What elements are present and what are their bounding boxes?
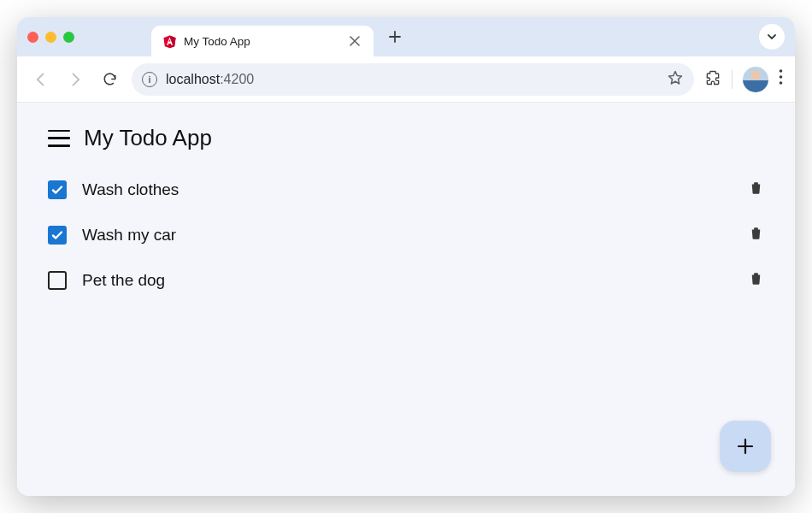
todo-item: Pet the dog bbox=[48, 269, 764, 291]
todo-label: Wash my car bbox=[82, 226, 733, 245]
browser-toolbar: i localhost:4200 bbox=[17, 56, 795, 103]
new-tab-button[interactable] bbox=[382, 24, 408, 50]
todo-item: Wash clothes bbox=[48, 179, 764, 200]
browser-tab[interactable]: My Todo App bbox=[151, 26, 374, 56]
url-port: :4200 bbox=[220, 72, 254, 86]
todo-label: Wash clothes bbox=[82, 180, 733, 199]
close-window-button[interactable] bbox=[27, 32, 38, 43]
delete-icon[interactable] bbox=[748, 224, 764, 245]
address-bar[interactable]: i localhost:4200 bbox=[132, 63, 694, 96]
page-title: My Todo App bbox=[84, 125, 212, 151]
minimize-window-button[interactable] bbox=[45, 32, 56, 43]
menu-icon[interactable] bbox=[48, 130, 70, 147]
todo-checkbox[interactable] bbox=[48, 180, 67, 199]
todo-checkbox[interactable] bbox=[48, 226, 67, 245]
tabs-dropdown-button[interactable] bbox=[759, 24, 785, 50]
toolbar-separator bbox=[732, 70, 733, 89]
todo-list: Wash clothes Wash my car Pet the dog bbox=[17, 167, 795, 291]
fullscreen-window-button[interactable] bbox=[63, 32, 74, 43]
back-button[interactable] bbox=[29, 68, 53, 91]
browser-window: My Todo App i localhost:4200 bbox=[17, 17, 795, 496]
app-viewport: My Todo App Wash clothes Wash my car bbox=[17, 103, 795, 496]
site-info-icon[interactable]: i bbox=[142, 72, 157, 87]
delete-icon[interactable] bbox=[748, 179, 764, 200]
add-todo-button[interactable] bbox=[720, 421, 771, 472]
tab-title: My Todo App bbox=[184, 35, 339, 48]
extensions-icon[interactable] bbox=[704, 69, 721, 90]
url-text: localhost:4200 bbox=[166, 72, 658, 87]
delete-icon[interactable] bbox=[748, 269, 764, 291]
forward-button[interactable] bbox=[63, 68, 87, 91]
todo-label: Pet the dog bbox=[82, 271, 733, 290]
angular-favicon-icon bbox=[162, 33, 177, 49]
app-header: My Todo App bbox=[17, 103, 795, 167]
url-host: localhost bbox=[166, 72, 220, 86]
profile-avatar[interactable] bbox=[743, 67, 768, 92]
tab-strip: My Todo App bbox=[17, 17, 795, 56]
svg-point-2 bbox=[780, 69, 783, 73]
close-tab-button[interactable] bbox=[346, 32, 363, 50]
svg-point-3 bbox=[780, 75, 783, 79]
svg-point-4 bbox=[780, 81, 783, 85]
window-controls bbox=[27, 32, 74, 43]
todo-item: Wash my car bbox=[48, 224, 764, 245]
bookmark-star-icon[interactable] bbox=[667, 69, 684, 90]
todo-checkbox[interactable] bbox=[48, 271, 67, 290]
reload-button[interactable] bbox=[97, 68, 121, 91]
browser-menu-button[interactable] bbox=[779, 69, 783, 89]
